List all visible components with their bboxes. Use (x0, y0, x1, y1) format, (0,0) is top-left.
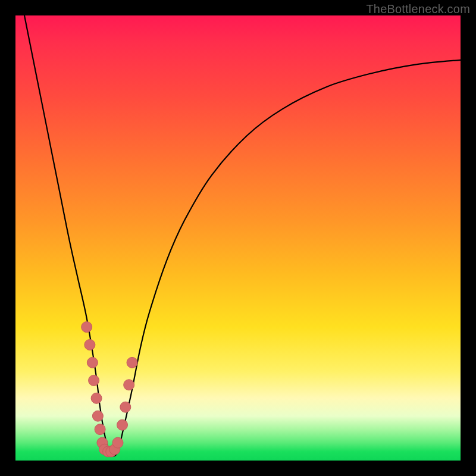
data-point (127, 357, 137, 368)
data-point (84, 340, 95, 350)
data-point (91, 393, 102, 403)
marker-dots (15, 15, 461, 461)
data-point (89, 375, 99, 386)
data-point (92, 411, 103, 421)
chart-frame: TheBottleneck.com (0, 0, 476, 476)
data-point (95, 424, 105, 435)
data-point (117, 419, 128, 430)
plot-area (15, 15, 461, 461)
data-point (124, 380, 134, 390)
data-point (82, 322, 92, 333)
watermark-text: TheBottleneck.com (366, 2, 470, 16)
data-point (120, 402, 131, 412)
data-point (87, 357, 98, 368)
data-point (112, 437, 123, 448)
